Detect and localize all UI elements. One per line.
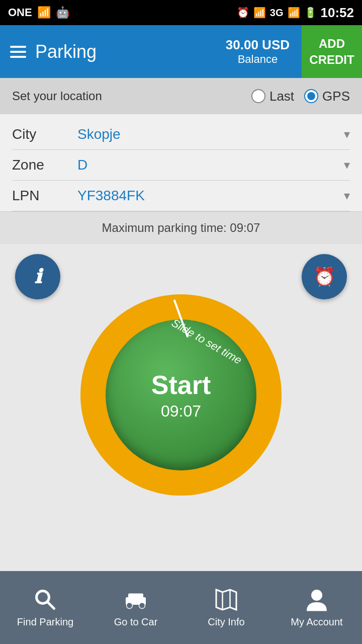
- radio-gps[interactable]: GPS: [304, 89, 350, 104]
- action-buttons: ℹ ⏰: [0, 254, 362, 299]
- nav-go-to-car-label: Go to Car: [114, 616, 158, 628]
- city-arrow-icon: ▾: [344, 127, 350, 141]
- signal-bars-icon: 📶: [288, 7, 300, 19]
- nav-go-to-car[interactable]: Go to Car: [90, 571, 181, 644]
- header-left: Parking: [0, 41, 97, 62]
- timer-time: 09:07: [161, 402, 201, 421]
- wifi-icon: 📶: [253, 7, 266, 19]
- map-icon: [214, 587, 239, 612]
- radio-last[interactable]: Last: [251, 89, 294, 104]
- android-icon: 🤖: [56, 6, 69, 19]
- timer-container: Slide to set time Start 09:07: [80, 294, 282, 496]
- alarm-button[interactable]: ⏰: [302, 254, 347, 299]
- outer-ring[interactable]: Slide to set time Start 09:07: [80, 294, 282, 496]
- status-time: 10:52: [321, 5, 354, 21]
- radio-last-circle[interactable]: [251, 89, 265, 103]
- zone-arrow-icon: ▾: [344, 158, 350, 172]
- nav-my-account-label: My Account: [291, 616, 342, 628]
- zone-value: D: [77, 157, 344, 173]
- balance-label: Balance: [238, 53, 278, 66]
- radio-gps-label: GPS: [322, 89, 350, 104]
- radio-group: Last GPS: [251, 89, 350, 104]
- battery-icon: 🔋: [304, 7, 317, 19]
- add-credit-button[interactable]: ADD CREDIT: [302, 25, 362, 78]
- network-text: 3G: [270, 7, 284, 19]
- zone-row[interactable]: Zone D ▾: [12, 150, 350, 181]
- info-button[interactable]: ℹ: [15, 254, 60, 299]
- alarm-icon: ⏰: [313, 266, 336, 287]
- status-bar: ONE 📶 🤖 ⏰ 📶 3G 📶 🔋 10:52: [0, 0, 362, 25]
- start-button[interactable]: Start 09:07: [106, 319, 256, 470]
- lpn-row[interactable]: LPN YF3884FK ▾: [12, 181, 350, 211]
- location-bar: Set your location Last GPS: [0, 78, 362, 114]
- nav-my-account[interactable]: My Account: [272, 571, 362, 644]
- start-label: Start: [151, 370, 211, 400]
- svg-point-5: [139, 603, 145, 609]
- nav-city-info[interactable]: City Info: [181, 571, 272, 644]
- bottom-nav: Find Parking Go to Car City Info My Acco…: [0, 571, 362, 644]
- carrier-text: ONE: [8, 6, 32, 19]
- header-right: 30.00 USD Balance ADD CREDIT: [214, 25, 362, 78]
- menu-button[interactable]: [10, 46, 26, 58]
- status-left: ONE 📶 🤖: [8, 6, 69, 19]
- account-icon: [304, 587, 329, 612]
- svg-rect-3: [128, 594, 143, 599]
- form-section: City Skopje ▾ Zone D ▾ LPN YF3884FK ▾: [0, 114, 362, 211]
- svg-line-1: [47, 602, 54, 609]
- lpn-value: YF3884FK: [77, 188, 344, 204]
- header-title: Parking: [35, 41, 97, 62]
- main-content: ℹ ⏰ Slide to set time Start 09:07: [0, 244, 362, 511]
- balance-amount: 30.00 USD: [226, 37, 290, 53]
- city-value: Skopje: [77, 126, 344, 142]
- city-label: City: [12, 126, 77, 142]
- location-label: Set your location: [12, 89, 239, 103]
- nav-find-parking[interactable]: Find Parking: [0, 571, 90, 644]
- city-row[interactable]: City Skopje ▾: [12, 119, 350, 150]
- nav-city-info-label: City Info: [208, 616, 244, 628]
- balance-section: 30.00 USD Balance: [214, 25, 302, 78]
- search-icon: [33, 587, 58, 612]
- lpn-label: LPN: [12, 188, 77, 204]
- info-icon: ℹ: [34, 266, 41, 288]
- header: Parking 30.00 USD Balance ADD CREDIT: [0, 25, 362, 78]
- max-time-text: Maximum parking time: 09:07: [102, 221, 260, 234]
- signal-icon: 📶: [37, 6, 51, 19]
- max-time-bar: Maximum parking time: 09:07: [0, 211, 362, 244]
- lpn-arrow-icon: ▾: [344, 189, 350, 203]
- svg-marker-6: [216, 590, 236, 610]
- radio-gps-circle[interactable]: [304, 89, 318, 103]
- status-right: ⏰ 📶 3G 📶 🔋 10:52: [237, 5, 354, 21]
- svg-point-9: [311, 590, 322, 601]
- car-icon: [123, 587, 148, 612]
- alarm-status-icon: ⏰: [237, 7, 249, 19]
- radio-last-label: Last: [269, 89, 294, 104]
- nav-find-parking-label: Find Parking: [17, 616, 73, 628]
- svg-point-4: [127, 603, 133, 609]
- zone-label: Zone: [12, 157, 77, 173]
